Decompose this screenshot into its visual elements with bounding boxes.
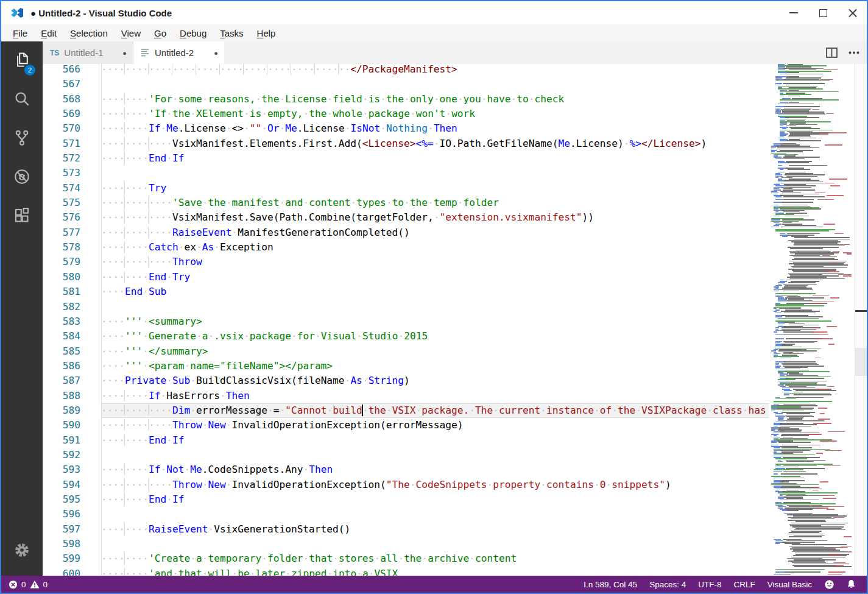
minimap-line: [815, 358, 821, 359]
problems-status[interactable]: 00: [1, 580, 48, 589]
tab-untitled-2[interactable]: Untitled-2●: [133, 41, 224, 64]
code-text[interactable]: ············'Save·the·manifest·and·conte…: [101, 196, 769, 210]
code-text[interactable]: ········End·If: [101, 433, 769, 448]
code-text[interactable]: ········'If·the·XElement·is·empty,·the·w…: [101, 107, 769, 121]
code-line-576: 576············VsixManifest.Save(Path.Co…: [43, 210, 769, 225]
code-editor[interactable]: 566·····································…: [43, 64, 867, 576]
code-text[interactable]: ········If·HasErrors·Then: [101, 389, 769, 403]
close-button[interactable]: [838, 1, 867, 24]
minimap-line: [783, 291, 799, 292]
code-text[interactable]: ········End·If: [101, 151, 769, 166]
minimap-line: [794, 566, 852, 567]
minimap-line: [847, 253, 852, 255]
menu-debug[interactable]: Debug: [173, 26, 213, 40]
menu-edit[interactable]: Edit: [34, 26, 63, 40]
menu-file[interactable]: File: [6, 26, 34, 40]
code-text[interactable]: ········If·Me.License·<>·""·Or·Me.Licens…: [101, 121, 769, 136]
code-text[interactable]: ········'Create·a·temporary·folder·that·…: [101, 551, 769, 566]
debug-icon: [13, 168, 31, 188]
code-text[interactable]: [101, 507, 769, 522]
minimize-button[interactable]: [779, 1, 808, 24]
minimap[interactable]: [769, 64, 855, 576]
code-text[interactable]: ········Try: [101, 181, 769, 196]
code-text[interactable]: [101, 448, 769, 462]
vertical-scrollbar[interactable]: [855, 64, 867, 576]
code-text[interactable]: ············RaiseEvent·ManifestGeneratio…: [101, 225, 769, 240]
activitybar-item-debug[interactable]: [1, 158, 43, 197]
code-text[interactable]: ········'and·that·will·be·later·zipped·i…: [101, 567, 769, 576]
code-text[interactable]: ····'''·Generate·a·.vsix·package·for·Vis…: [101, 329, 769, 344]
code-text[interactable]: [101, 77, 769, 91]
line-number: 576: [43, 210, 101, 225]
minimap-line: [780, 96, 784, 97]
code-text[interactable]: ····'''·</summary>: [101, 344, 769, 359]
code-text[interactable]: [101, 166, 769, 180]
minimap-line: [789, 536, 822, 537]
status-indentation[interactable]: Spaces: 4: [643, 580, 692, 589]
activitybar-item-search[interactable]: [1, 80, 43, 119]
code-text[interactable]: ····End·Sub: [101, 285, 769, 299]
tab-untitled-1[interactable]: TSUntitled-1●: [43, 41, 133, 64]
code-line-593: 593········If·Not·Me.CodeSnippets.Any·Th…: [43, 462, 769, 477]
menu-tasks[interactable]: Tasks: [213, 26, 250, 40]
code-line-588: 588········If·HasErrors·Then: [43, 389, 769, 403]
overview-ruler-cursor-mark: [855, 310, 867, 312]
scrollbar-thumb[interactable]: [855, 348, 867, 376]
status-feedback[interactable]: [818, 579, 841, 590]
maximize-button[interactable]: [808, 1, 838, 24]
code-text[interactable]: ····Private·Sub·BuildClassicVsix(fileNam…: [101, 373, 769, 388]
activitybar-item-explorer[interactable]: 2: [1, 41, 43, 80]
file-icon: [141, 48, 150, 58]
minimap-line: [818, 408, 827, 409]
code-text[interactable]: ············VsixManifest.Save(Path.Combi…: [101, 210, 769, 225]
code-text[interactable]: ········Catch·ex·As·Exception: [101, 240, 769, 255]
status-eol[interactable]: CRLF: [727, 580, 761, 589]
status-cursor-position[interactable]: Ln 589, Col 45: [577, 580, 643, 589]
status-notifications[interactable]: [841, 579, 862, 589]
minimize-icon: [789, 12, 798, 13]
code-text[interactable]: ········'For·some·reasons,·the·License·f…: [101, 92, 769, 107]
line-number: 580: [43, 270, 101, 285]
code-text[interactable]: ····'''·<summary>: [101, 314, 769, 329]
line-number: 572: [43, 151, 101, 166]
code-line-570: 570········If·Me.License·<>·""·Or·Me.Lic…: [43, 121, 769, 136]
code-text[interactable]: ········End·If: [101, 492, 769, 507]
code-text[interactable]: ············Throw·New·InvalidOperationEx…: [101, 418, 769, 433]
code-text[interactable]: ········································…: [101, 64, 769, 77]
dirty-indicator-icon[interactable]: ●: [214, 49, 218, 57]
activitybar-item-extensions[interactable]: [1, 197, 43, 236]
status-language-mode[interactable]: Visual Basic: [761, 580, 818, 589]
minimap-line: [788, 510, 799, 511]
activitybar-item-settings-gear[interactable]: [1, 532, 43, 571]
line-number: 577: [43, 225, 101, 240]
split-editor-icon[interactable]: [826, 48, 838, 58]
menu-view[interactable]: View: [115, 26, 147, 40]
minimap-line: [813, 334, 828, 336]
minimap-line: [778, 318, 819, 319]
minimap-line: [784, 313, 816, 314]
minimap-line: [774, 291, 779, 292]
status-encoding[interactable]: UTF-8: [692, 580, 727, 589]
tab-bar: TSUntitled-1●Untitled-2●: [43, 41, 867, 64]
code-text[interactable]: ············VsixManifest.Elements.First.…: [101, 136, 769, 151]
warnings-count: 0: [43, 580, 48, 589]
code-text[interactable]: ········End·Try: [101, 270, 769, 285]
code-text[interactable]: [101, 537, 769, 551]
code-text[interactable]: ····'''·<param·name="fileName"></param>: [101, 359, 769, 373]
activitybar-item-source-control[interactable]: [1, 119, 43, 158]
menu-go[interactable]: Go: [147, 26, 173, 40]
line-number: 570: [43, 121, 101, 136]
minimap-line: [787, 140, 821, 141]
code-text[interactable]: ············Throw·New·InvalidOperationEx…: [101, 478, 769, 492]
more-actions-icon[interactable]: [849, 51, 859, 54]
error-icon: [9, 580, 18, 589]
code-line-591: 591········End·If: [43, 433, 769, 448]
menu-selection[interactable]: Selection: [63, 26, 115, 40]
code-text[interactable]: ············Dim·errorMessage·=·"Cannot·b…: [101, 403, 769, 418]
code-text[interactable]: ········If·Not·Me.CodeSnippets.Any·Then: [101, 462, 769, 477]
menu-help[interactable]: Help: [250, 26, 283, 40]
code-text[interactable]: [101, 300, 769, 314]
dirty-indicator-icon[interactable]: ●: [122, 49, 127, 57]
code-text[interactable]: ········RaiseEvent·VsixGenerationStarted…: [101, 522, 769, 537]
code-text[interactable]: ············Throw: [101, 255, 769, 269]
